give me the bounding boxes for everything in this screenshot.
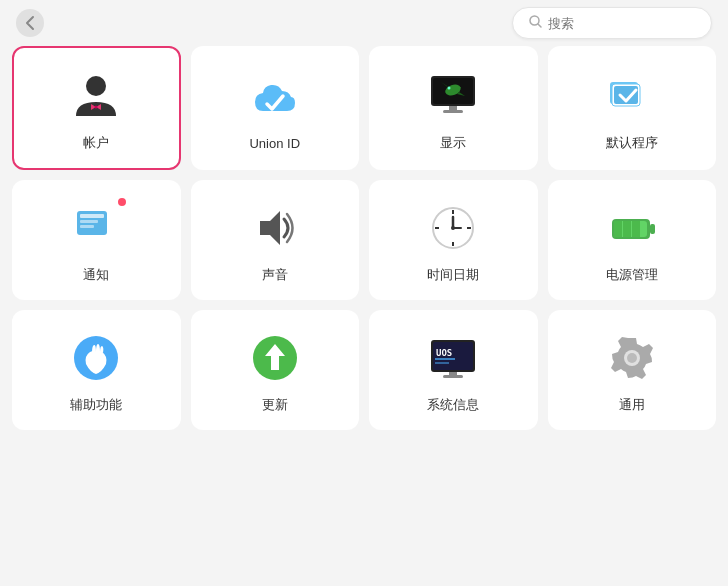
svg-point-5	[95, 106, 98, 109]
grid-item-sound[interactable]: 声音	[191, 180, 360, 300]
svg-rect-43	[435, 362, 449, 364]
grid-item-update[interactable]: 更新	[191, 310, 360, 430]
account-icon	[68, 68, 124, 124]
grid-item-display[interactable]: 显示	[369, 46, 538, 170]
settings-grid: 帐户 Union ID	[0, 46, 728, 442]
search-input[interactable]	[548, 16, 695, 31]
grid-item-default-apps[interactable]: 默认程序	[548, 46, 717, 170]
svg-point-11	[448, 87, 451, 90]
power-icon	[604, 200, 660, 256]
search-box[interactable]	[512, 7, 712, 39]
sound-icon	[247, 200, 303, 256]
sound-label: 声音	[262, 266, 288, 284]
svg-rect-45	[443, 375, 463, 378]
notification-icon	[68, 200, 124, 256]
svg-point-2	[86, 76, 106, 96]
grid-item-union-id[interactable]: Union ID	[191, 46, 360, 170]
grid-item-account[interactable]: 帐户	[12, 46, 181, 170]
svg-point-47	[627, 353, 637, 363]
svg-line-1	[538, 24, 541, 27]
display-label: 显示	[440, 134, 466, 152]
svg-rect-31	[650, 224, 655, 234]
update-icon	[247, 330, 303, 386]
sysinfo-label: 系统信息	[427, 396, 479, 414]
grid-item-sysinfo[interactable]: UOS 系统信息	[369, 310, 538, 430]
svg-rect-42	[435, 358, 455, 360]
grid-item-general[interactable]: 通用	[548, 310, 717, 430]
svg-rect-34	[623, 221, 631, 237]
svg-point-29	[451, 226, 455, 230]
union-id-label: Union ID	[249, 136, 300, 151]
svg-rect-19	[80, 220, 98, 223]
account-label: 帐户	[83, 134, 109, 152]
notification-badge	[116, 196, 128, 208]
notification-label: 通知	[83, 266, 109, 284]
datetime-label: 时间日期	[427, 266, 479, 284]
svg-text:UOS: UOS	[436, 348, 452, 358]
svg-rect-13	[443, 110, 463, 113]
update-label: 更新	[262, 396, 288, 414]
grid-item-datetime[interactable]: 时间日期	[369, 180, 538, 300]
svg-marker-21	[260, 211, 280, 245]
grid-row-2: 通知 声音	[12, 180, 716, 300]
grid-row-1: 帐户 Union ID	[12, 46, 716, 170]
grid-row-3: 辅助功能 更新 UOS	[12, 310, 716, 430]
grid-item-power[interactable]: 电源管理	[548, 180, 717, 300]
accessibility-icon	[68, 330, 124, 386]
top-bar	[0, 0, 728, 46]
svg-rect-18	[80, 214, 104, 218]
datetime-icon	[425, 200, 481, 256]
grid-item-notification[interactable]: 通知	[12, 180, 181, 300]
svg-rect-20	[80, 225, 94, 228]
union-id-icon	[247, 70, 303, 126]
accessibility-label: 辅助功能	[70, 396, 122, 414]
svg-rect-35	[632, 221, 640, 237]
default-apps-label: 默认程序	[606, 134, 658, 152]
back-button[interactable]	[16, 9, 44, 37]
general-icon	[604, 330, 660, 386]
display-icon	[425, 68, 481, 124]
default-apps-icon	[604, 68, 660, 124]
sysinfo-icon: UOS	[425, 330, 481, 386]
svg-rect-33	[614, 221, 622, 237]
general-label: 通用	[619, 396, 645, 414]
power-label: 电源管理	[606, 266, 658, 284]
search-icon	[529, 15, 542, 31]
grid-item-accessibility[interactable]: 辅助功能	[12, 310, 181, 430]
